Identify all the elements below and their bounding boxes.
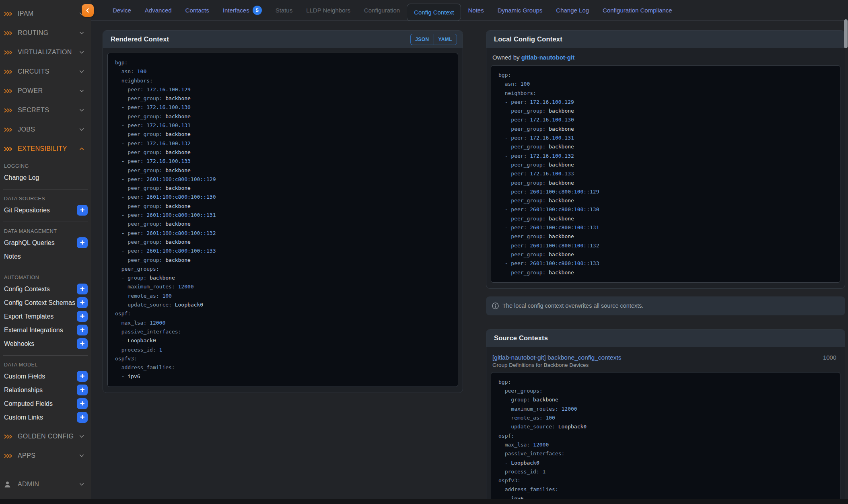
add-export-templates-button[interactable]: + bbox=[77, 311, 88, 322]
tab-advanced[interactable]: Advanced bbox=[138, 0, 179, 21]
sidebar-item-change-log[interactable]: Change Log bbox=[0, 171, 91, 185]
code-line: peer_group: backbone bbox=[498, 125, 834, 134]
code-line: passive_interfaces: bbox=[498, 449, 834, 458]
sidebar-section-golden-config[interactable]: GOLDEN CONFIG bbox=[0, 427, 91, 446]
code-line: - peer: 2601:100:c800:100::132 bbox=[498, 241, 834, 250]
sidebar-item-graphql-queries[interactable]: GraphQL Queries+ bbox=[0, 236, 91, 250]
sidebar-section-power[interactable]: POWER bbox=[0, 81, 91, 101]
sidebar-section-routing[interactable]: ROUTING bbox=[0, 23, 91, 43]
source-context-entry-header: [gitlab-nautobot-git] backbone_config_co… bbox=[492, 354, 839, 361]
sidebar-section-admin[interactable]: ADMIN bbox=[0, 475, 91, 494]
sidebar-item-computed-fields[interactable]: Computed Fields+ bbox=[0, 397, 91, 411]
code-line: - peer: 172.16.100.131 bbox=[115, 121, 451, 130]
sidebar-section-virtualization[interactable]: VIRTUALIZATION bbox=[0, 43, 91, 62]
code-line: peer_group: backbone bbox=[115, 148, 451, 157]
tab-label: Notes bbox=[468, 7, 484, 14]
sidebar-section-label: JOBS bbox=[18, 126, 79, 133]
local-context-code: bgp: asn: 100 neighbors: - peer: 172.16.… bbox=[491, 65, 840, 283]
tab-configuration: Configuration bbox=[357, 0, 407, 21]
sidebar-item-external-integrations[interactable]: External Integrations+ bbox=[0, 323, 91, 337]
tab-label: Interfaces bbox=[223, 7, 249, 14]
sidebar-item-label: GraphQL Queries bbox=[4, 239, 55, 247]
sidebar-section-apps[interactable]: APPS bbox=[0, 446, 91, 465]
code-line: process_id: 1 bbox=[115, 346, 451, 354]
sidebar-item-webhooks[interactable]: Webhooks+ bbox=[0, 337, 91, 351]
tab-contacts[interactable]: Contacts bbox=[179, 0, 216, 21]
add-custom-links-button[interactable]: + bbox=[77, 412, 88, 423]
sidebar-group-header-logging: LOGGING bbox=[0, 161, 91, 171]
tab-label: Config Context bbox=[414, 9, 454, 16]
sidebar-item-label: External Integrations bbox=[4, 327, 63, 334]
code-line: remote_as: 100 bbox=[498, 413, 834, 422]
owner-link[interactable]: gitlab-nautobot-git bbox=[521, 54, 574, 61]
add-relationships-button[interactable]: + bbox=[77, 385, 88, 395]
tab-device[interactable]: Device bbox=[106, 0, 138, 21]
sidebar-item-relationships[interactable]: Relationships+ bbox=[0, 383, 91, 397]
code-line: - peer: 172.16.100.131 bbox=[498, 134, 834, 142]
code-line: peer_group: backbone bbox=[115, 220, 451, 228]
add-config-contexts-button[interactable]: + bbox=[77, 284, 88, 294]
page-scrollbar[interactable] bbox=[844, 19, 848, 499]
sidebar-item-export-templates[interactable]: Export Templates+ bbox=[0, 310, 91, 323]
sidebar-section-ipam[interactable]: IPAM bbox=[0, 4, 91, 23]
add-custom-fields-button[interactable]: + bbox=[77, 371, 88, 382]
code-line: passive_interfaces: bbox=[115, 327, 451, 336]
sidebar-item-git-repositories[interactable]: Git Repositories+ bbox=[0, 204, 91, 217]
tab-config-context[interactable]: Config Context bbox=[407, 4, 461, 21]
sidebar-item-custom-links[interactable]: Custom Links+ bbox=[0, 411, 91, 424]
code-line: - group: backbone bbox=[115, 274, 451, 282]
sidebar-section-label: CIRCUITS bbox=[18, 68, 79, 75]
chevron-down-icon bbox=[79, 107, 84, 113]
tab-label: Status bbox=[276, 7, 293, 14]
triple-chevron-icon bbox=[4, 69, 15, 74]
sidebar-item-label: Relationships bbox=[4, 387, 43, 394]
sidebar-collapse-button[interactable] bbox=[82, 4, 94, 17]
sidebar-item-label: Git Repositories bbox=[4, 207, 50, 214]
sidebar-section-extensibility[interactable]: EXTENSIBILITY bbox=[0, 139, 91, 158]
sidebar-item-label: Change Log bbox=[4, 174, 39, 181]
json-toggle-button[interactable]: JSON bbox=[410, 34, 433, 45]
sidebar-section-label: GOLDEN CONFIG bbox=[18, 433, 79, 440]
code-line: ospf: bbox=[115, 309, 451, 318]
tab-configuration-compliance[interactable]: Configuration Compliance bbox=[596, 0, 679, 21]
sidebar-item-custom-fields[interactable]: Custom Fields+ bbox=[0, 370, 91, 383]
code-line: peer_group: backbone bbox=[115, 94, 451, 103]
sidebar-item-config-context-schemas[interactable]: Config Context Schemas+ bbox=[0, 296, 91, 310]
sidebar-section-jobs[interactable]: JOBS bbox=[0, 120, 91, 139]
tab-dynamic-groups[interactable]: Dynamic Groups bbox=[491, 0, 550, 21]
code-line: peer_group: backbone bbox=[498, 179, 834, 187]
add-graphql-queries-button[interactable]: + bbox=[77, 237, 88, 248]
sidebar-section-label: ADMIN bbox=[18, 481, 79, 488]
chevron-down-icon bbox=[79, 481, 84, 487]
scrollbar-thumb[interactable] bbox=[844, 19, 848, 48]
sidebar-item-label: Computed Fields bbox=[4, 400, 53, 407]
sidebar-section-circuits[interactable]: CIRCUITS bbox=[0, 62, 91, 81]
tab-notes[interactable]: Notes bbox=[461, 0, 490, 21]
sidebar-item-config-contexts[interactable]: Config Contexts+ bbox=[0, 282, 91, 296]
code-line: - peer: 2601:100:c800:100::131 bbox=[115, 211, 451, 220]
add-computed-fields-button[interactable]: + bbox=[77, 398, 88, 409]
add-webhooks-button[interactable]: + bbox=[77, 338, 88, 349]
tab-interfaces[interactable]: Interfaces5 bbox=[216, 0, 269, 21]
add-config-context-schemas-button[interactable]: + bbox=[77, 297, 88, 308]
divider bbox=[3, 355, 88, 356]
sidebar-item-notes[interactable]: Notes bbox=[0, 250, 91, 263]
sidebar-section-label: EXTENSIBILITY bbox=[18, 145, 79, 152]
sidebar-section-label: APPS bbox=[18, 452, 79, 459]
tab-change-log[interactable]: Change Log bbox=[549, 0, 596, 21]
code-line: peer_group: backbone bbox=[498, 160, 834, 169]
code-line: - peer: 2601:100:c800:100::130 bbox=[115, 193, 451, 202]
source-context-link[interactable]: [gitlab-nautobot-git] backbone_config_co… bbox=[492, 354, 823, 361]
sidebar-section-secrets[interactable]: SECRETS bbox=[0, 101, 91, 120]
chevron-down-icon bbox=[79, 453, 84, 459]
code-line: peer_group: backbone bbox=[498, 268, 834, 277]
add-external-integrations-button[interactable]: + bbox=[77, 325, 88, 335]
panel-title: Local Config Context bbox=[494, 35, 839, 43]
yaml-toggle-button[interactable]: YAML bbox=[434, 34, 457, 45]
sidebar-group-header-data-sources: DATA SOURCES bbox=[0, 194, 91, 204]
local-config-context-panel: Local Config Context Owned by gitlab-nau… bbox=[486, 30, 845, 289]
add-git-repositories-button[interactable]: + bbox=[77, 205, 88, 216]
code-line: - peer: 2601:100:c800:100::129 bbox=[498, 187, 834, 196]
code-line: - peer: 172.16.100.132 bbox=[115, 139, 451, 148]
sidebar-item-label: Custom Fields bbox=[4, 373, 45, 380]
